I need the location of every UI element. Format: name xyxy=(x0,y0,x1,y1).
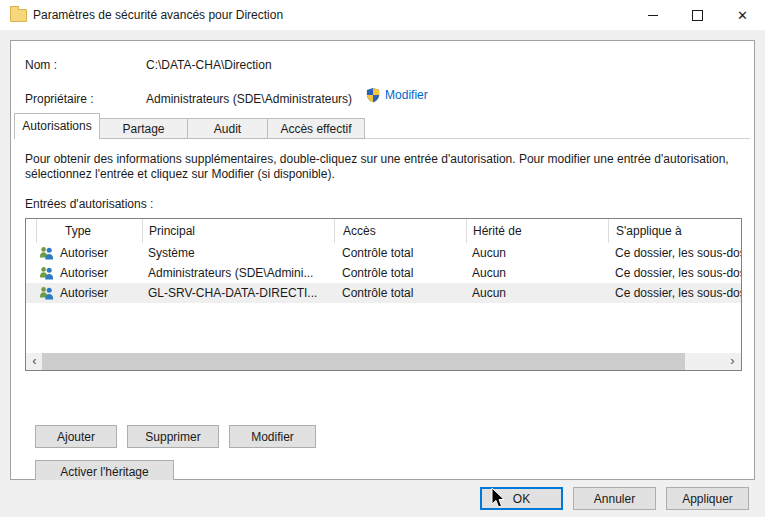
header-type: Type xyxy=(36,219,142,243)
maximize-icon xyxy=(692,10,703,21)
scroll-left-icon[interactable]: ‹ xyxy=(26,353,43,370)
ok-button[interactable]: OK xyxy=(480,487,563,510)
table-row[interactable]: Autoriser Administrateurs (SDE\Admini...… xyxy=(26,263,741,283)
owner-label: Propriétaire : xyxy=(25,92,146,106)
advanced-security-dialog: { "window": { "title": "Paramètres de sé… xyxy=(0,0,765,517)
change-owner-link[interactable]: Modifier xyxy=(385,88,428,102)
tab-audit[interactable]: Audit xyxy=(187,118,268,139)
add-button[interactable]: Ajouter xyxy=(35,425,117,448)
name-value: C:\DATA-CHA\Direction xyxy=(146,58,272,72)
scroll-right-icon[interactable]: › xyxy=(724,353,741,370)
minimize-icon xyxy=(648,15,658,16)
close-icon: ✕ xyxy=(737,9,748,22)
group-users-icon xyxy=(26,283,44,303)
window-controls: ✕ xyxy=(630,0,765,30)
tab-strip: Autorisations Partage Audit Accès effect… xyxy=(14,113,750,139)
header-applies-to: S'applique à xyxy=(608,219,741,243)
owner-value: Administrateurs (SDE\Administrateurs) xyxy=(146,92,352,106)
title-bar[interactable]: Paramètres de sécurité avancés pour Dire… xyxy=(0,0,765,30)
name-label: Nom : xyxy=(25,58,146,72)
remove-button[interactable]: Supprimer xyxy=(127,425,219,448)
group-users-icon xyxy=(26,263,44,283)
tab-autorisations[interactable]: Autorisations xyxy=(14,113,100,139)
header-access: Accès xyxy=(334,219,466,243)
table-header: Type Principal Accès Hérité de S'appliqu… xyxy=(26,219,741,243)
owner-row: Propriétaire :Administrateurs (SDE\Admin… xyxy=(25,87,428,106)
group-users-icon xyxy=(26,243,44,263)
tab-partage[interactable]: Partage xyxy=(99,118,188,139)
dialog-body: Nom :C:\DATA-CHA\Direction Propriétaire … xyxy=(10,40,755,480)
table-body: Autoriser Système Contrôle total Aucun C… xyxy=(26,243,741,303)
tab-acces-effectif[interactable]: Accès effectif xyxy=(267,118,365,139)
permissions-description: Pour obtenir des informations supplément… xyxy=(25,152,747,182)
close-button[interactable]: ✕ xyxy=(720,0,765,30)
maximize-button[interactable] xyxy=(675,0,720,30)
cancel-button[interactable]: Annuler xyxy=(573,487,656,510)
scrollbar-thumb[interactable] xyxy=(42,353,685,370)
table-row[interactable]: Autoriser Système Contrôle total Aucun C… xyxy=(26,243,741,263)
folder-icon xyxy=(10,9,27,22)
header-principal: Principal xyxy=(142,219,334,243)
header-icon-column xyxy=(26,219,36,243)
edit-button[interactable]: Modifier xyxy=(229,425,316,448)
entries-label: Entrées d'autorisations : xyxy=(25,197,153,211)
apply-button[interactable]: Appliquer xyxy=(666,487,749,510)
table-row[interactable]: Autoriser GL-SRV-CHA-DATA-DIRECTI... Con… xyxy=(26,283,741,303)
dialog-footer: OK Annuler Appliquer xyxy=(0,480,765,517)
header-inherited-from: Hérité de xyxy=(466,219,608,243)
permissions-table: Type Principal Accès Hérité de S'appliqu… xyxy=(25,218,742,371)
window-title: Paramètres de sécurité avancés pour Dire… xyxy=(33,8,283,22)
minimize-button[interactable] xyxy=(630,0,675,30)
uac-shield-icon xyxy=(366,87,380,103)
name-row: Nom :C:\DATA-CHA\Direction xyxy=(25,58,272,72)
horizontal-scrollbar[interactable]: ‹ › xyxy=(26,353,741,370)
